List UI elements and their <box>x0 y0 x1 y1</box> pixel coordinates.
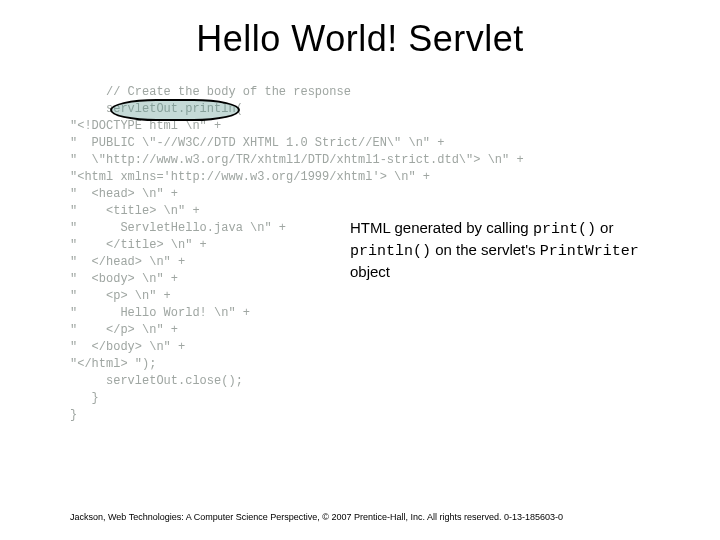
callout-part: object <box>350 263 390 280</box>
code-line: servletOut.close(); <box>70 374 243 388</box>
code-line: " </title> \n" + <box>70 238 207 252</box>
highlight-ellipse <box>110 99 240 121</box>
code-line: " \"http://www.w3.org/TR/xhtml1/DTD/xhtm… <box>70 153 524 167</box>
code-line: " <title> \n" + <box>70 204 200 218</box>
code-line: "<html xmlns='http://www.w3.org/1999/xht… <box>70 170 430 184</box>
code-line: "<!DOCTYPE html \n" + <box>70 119 221 133</box>
callout-code: print() <box>533 221 596 238</box>
code-line: " <p> \n" + <box>70 289 171 303</box>
code-line: " <body> \n" + <box>70 272 178 286</box>
code-line: " </body> \n" + <box>70 340 185 354</box>
code-line: } <box>70 408 77 422</box>
callout-code: println() <box>350 243 431 260</box>
code-line: " ServletHello.java \n" + <box>70 221 286 235</box>
code-line: } <box>70 391 99 405</box>
code-line: " Hello World! \n" + <box>70 306 250 320</box>
callout-part: or <box>596 219 614 236</box>
code-line: " </head> \n" + <box>70 255 185 269</box>
code-line: " PUBLIC \"-//W3C//DTD XHTML 1.0 Strict/… <box>70 136 444 150</box>
code-line: // Create the body of the response <box>70 85 351 99</box>
code-line: " </p> \n" + <box>70 323 178 337</box>
footer-citation: Jackson, Web Technologies: A Computer Sc… <box>70 512 670 522</box>
callout-text: HTML generated by calling print() or pri… <box>350 218 680 282</box>
callout-part: on the servlet's <box>431 241 540 258</box>
code-line: "</html> "); <box>70 357 156 371</box>
callout-code: PrintWriter <box>540 243 639 260</box>
code-line: " <head> \n" + <box>70 187 178 201</box>
callout-part: HTML generated by calling <box>350 219 533 236</box>
slide-title: Hello World! Servlet <box>0 18 720 60</box>
